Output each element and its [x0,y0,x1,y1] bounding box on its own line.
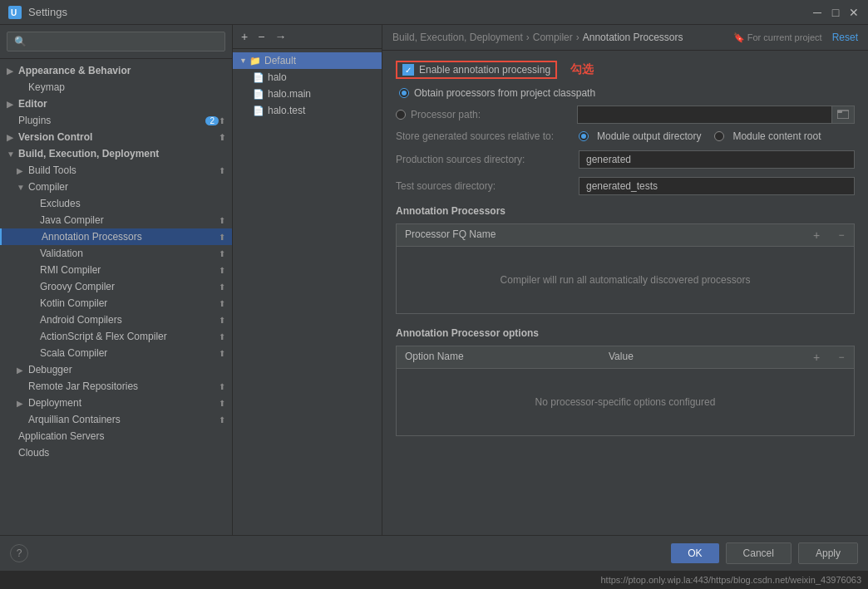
sidebar-item-java-compiler[interactable]: Java Compiler ⬆ [0,212,232,228]
minimize-button[interactable]: ─ [811,7,823,18]
help-button[interactable]: ? [10,544,28,562]
value-header: Value [600,346,804,368]
sidebar-item-rmi-compiler[interactable]: RMI Compiler ⬆ [0,262,232,278]
maximize-button[interactable]: □ [830,7,841,18]
processor-path-row: Processor path: [396,106,855,124]
right-panel: Build, Execution, Deployment › Compiler … [382,25,868,535]
sidebar-item-version-control[interactable]: ▶ Version Control ⬆ [0,129,232,145]
sidebar-item-remote-jar[interactable]: Remote Jar Repositories ⬆ [0,378,232,395]
sidebar-item-arquillian[interactable]: Arquillian Containers ⬆ [0,411,232,428]
module-content-label: Module content root [732,130,821,142]
processor-path-browse-btn[interactable] [832,106,855,124]
sidebar-item-label: Remote Jar Repositories [28,380,219,392]
sidebar-item-keymap[interactable]: Keymap [0,79,232,96]
processor-path-radio[interactable] [396,110,406,120]
sidebar-item-kotlin-compiler[interactable]: Kotlin Compiler ⬆ [0,295,232,312]
external-link-icon: ⬆ [219,166,225,175]
breadcrumb-sep-1: › [526,32,530,43]
cancel-button[interactable]: Cancel [726,542,792,564]
sidebar-item-editor[interactable]: ▶ Editor [0,96,232,112]
sidebar-item-android-compilers[interactable]: Android Compilers ⬆ [0,312,232,328]
processor-minus-btn[interactable]: − [829,224,854,246]
sidebar-item-clouds[interactable]: Clouds [0,444,232,461]
table-header-row: Processor FQ Name + − [397,224,854,247]
processor-table-body: Compiler will run all automatically disc… [397,247,854,313]
store-sources-options: Module output directory Module content r… [579,130,821,142]
sidebar-item-label: Build Tools [28,164,219,176]
tree-arrow-icon: ▼ [239,56,249,65]
options-minus-btn[interactable]: − [829,346,854,368]
enable-checkbox[interactable] [402,64,414,76]
processor-path-input[interactable] [577,106,832,124]
sidebar-item-plugins[interactable]: Plugins 2 ⬆ [0,112,232,129]
options-table: Option Name Value + − No processor-speci… [396,346,855,436]
sidebar-item-build-exec-deploy[interactable]: ▼ Build, Execution, Deployment [0,145,232,162]
search-box [0,25,232,59]
tree-add-button[interactable]: + [238,28,251,45]
sidebar-item-validation[interactable]: Validation ⬆ [0,245,232,262]
module-content-option[interactable]: Module content root [714,130,821,142]
sidebar-item-build-tools[interactable]: ▶ Build Tools ⬆ [0,162,232,179]
window-controls: ─ □ ✕ [811,7,860,18]
sidebar-item-deployment[interactable]: ▶ Deployment ⬆ [0,395,232,411]
module-output-option[interactable]: Module output directory [579,130,701,142]
external-link-icon: ⬆ [219,399,225,408]
arrow-icon: ▶ [17,399,28,408]
sidebar-item-label: Clouds [18,447,225,459]
test-sources-label: Test sources directory: [396,180,579,192]
folder-icon: 📄 [253,72,264,83]
folder-icon: 📄 [253,106,264,116]
folder-icon: 📁 [249,56,261,66]
sidebar-item-compiler[interactable]: ▼ Compiler [0,179,232,195]
store-sources-label: Store generated sources relative to: [396,130,579,142]
test-sources-input[interactable] [579,177,855,195]
ok-button[interactable]: OK [671,543,718,563]
sidebar-item-label: Debugger [28,364,225,375]
external-link-icon: ⬆ [219,282,225,292]
sidebar-item-annotation-processors[interactable]: Annotation Processors ⬆ [0,228,232,245]
reset-button[interactable]: Reset [832,32,858,43]
sidebar-item-label: Java Compiler [40,214,219,226]
arrow-icon: ▼ [7,150,18,159]
module-output-radio[interactable] [579,131,589,141]
tree-item-halo-main[interactable]: 📄 halo.main [233,86,382,102]
apply-button[interactable]: Apply [798,542,858,564]
sidebar-item-label: Android Compilers [40,314,219,326]
processor-fq-table: Processor FQ Name + − Compiler will run … [396,223,855,314]
enable-annotation-row: Enable annotation processing 勾选 [396,61,855,79]
settings-content: Enable annotation processing 勾选 Obtain p… [382,51,868,535]
bottom-bar: ? OK Cancel Apply [0,535,868,571]
annotation-options-section-header: Annotation Processor options [396,327,855,339]
sidebar-item-label: Application Servers [18,430,225,442]
breadcrumb-part-1: Build, Execution, Deployment [392,32,523,43]
options-table-wrapper: Option Name Value + − No processor-speci… [396,346,855,436]
close-button[interactable]: ✕ [848,7,860,18]
options-add-btn[interactable]: + [804,346,829,368]
tree-remove-button[interactable]: − [254,28,268,45]
processor-add-btn[interactable]: + [804,224,829,246]
tree-item-default[interactable]: ▼ 📁 Default [233,52,382,69]
sidebar-item-debugger[interactable]: ▶ Debugger [0,361,232,378]
obtain-processors-radio[interactable] [399,88,409,98]
sidebar-item-actionscript[interactable]: ActionScript & Flex Compiler ⬆ [0,328,232,345]
sidebar-item-app-servers[interactable]: Application Servers [0,428,232,444]
sidebar-item-scala-compiler[interactable]: Scala Compiler ⬆ [0,345,232,361]
nav-tree: ▶ Appearance & Behavior Keymap ▶ Editor … [0,59,232,535]
tree-item-halo[interactable]: 📄 halo [233,69,382,86]
tree-toolbar: + − → [233,25,382,49]
tree-item-halo-test[interactable]: 📄 halo.test [233,102,382,119]
processor-fq-header: Processor FQ Name [397,224,804,246]
breadcrumb-current: Annotation Processors [583,32,683,43]
module-content-radio[interactable] [714,131,724,141]
processor-path-input-group [577,106,855,124]
tree-move-button[interactable]: → [271,28,289,45]
production-sources-input[interactable] [579,150,855,169]
sidebar-item-groovy-compiler[interactable]: Groovy Compiler ⬆ [0,278,232,295]
sidebar-item-label: Editor [18,98,225,110]
external-link-icon: ⬆ [219,349,225,358]
sidebar-item-appearance[interactable]: ▶ Appearance & Behavior [0,62,232,79]
search-input[interactable] [7,32,225,52]
arrow-icon: ▶ [17,366,28,375]
enable-checkbox-container: Enable annotation processing [396,61,557,79]
sidebar-item-excludes[interactable]: Excludes [0,195,232,212]
